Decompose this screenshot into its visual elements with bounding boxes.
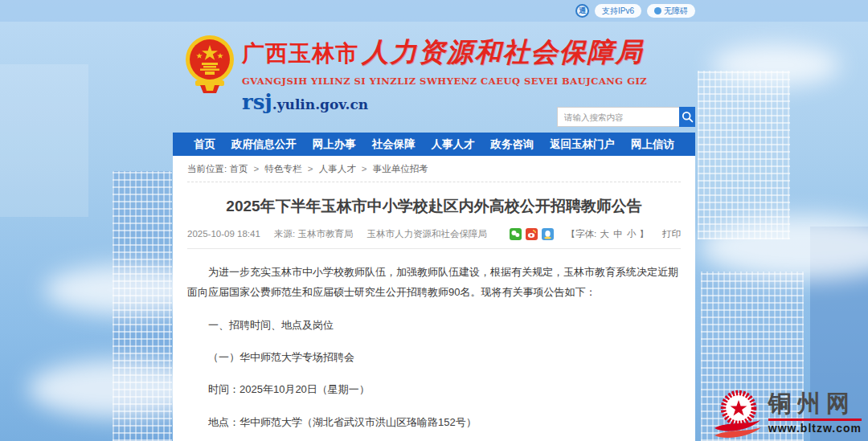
article-body: 为进一步充实玉林市中小学校教师队伍，加强教师队伍建设，根据有关规定，玉林市教育系… — [187, 249, 681, 441]
article-paragraph: 为进一步充实玉林市中小学校教师队伍，加强教师队伍建设，根据有关规定，玉林市教育系… — [187, 262, 681, 303]
article-source-org: 玉林市人力资源和社会保障局 — [367, 229, 488, 239]
nav-item-hr-talent[interactable]: 人事人才 — [431, 137, 474, 152]
weibo-share-icon[interactable] — [526, 228, 538, 240]
article-paragraph: 时间：2025年10月20日（星期一） — [187, 379, 681, 399]
search-button[interactable] — [679, 107, 695, 127]
breadcrumb-item-recruit[interactable]: 事业单位招考 — [373, 164, 428, 174]
article-meta: 2025-10-09 18:41 来源: 玉林市教育局 玉林市人力资源和社会保障… — [187, 228, 681, 249]
breadcrumb-label: 当前位置: — [187, 164, 227, 174]
breadcrumb-item-home[interactable]: 首页 — [229, 164, 248, 174]
article-title: 2025年下半年玉林市中小学校赴区内外高校公开招聘教师公告 — [187, 196, 681, 217]
font-size-large-button[interactable]: 大 — [600, 229, 609, 239]
national-emblem-icon — [184, 32, 235, 95]
site-title-main: 人力资源和社会保障局 — [362, 36, 643, 67]
article-paragraph: 地点：华中师范大学（湖北省武汉市洪山区珞喻路152号） — [187, 412, 681, 432]
site-title-zhuang: GVANGJSIH YILINZ SI YINZLIZ SWHYENZ CAEU… — [242, 76, 647, 87]
search-bar — [557, 107, 695, 127]
nav-item-online-services[interactable]: 网上办事 — [313, 137, 356, 152]
article-date: 2025-10-09 18:41 — [187, 229, 260, 239]
background-building — [0, 64, 88, 217]
main-nav: 首页 政府信息公开 网上办事 社会保障 人事人才 政务咨询 返回玉林门户 网上信… — [173, 133, 695, 156]
article-meta-left: 2025-10-09 18:41 来源: 玉林市教育局 玉林市人力资源和社会保障… — [187, 228, 498, 240]
site-logo-icon[interactable]: 通 — [575, 4, 589, 18]
font-size-control: 【字体: 大 中 小 】 — [566, 228, 649, 240]
site-domain-short: rsj — [242, 90, 272, 114]
watermark-divider — [768, 419, 862, 421]
site-header: 广西玉林市 人力资源和社会保障局 GVANGJSIH YILINZ SI YIN… — [173, 22, 695, 133]
search-icon — [682, 111, 694, 123]
ipv6-label: 支持IPv6 — [602, 6, 634, 17]
font-size-medium-button[interactable]: 中 — [613, 229, 623, 239]
watermark-logo-icon — [714, 388, 764, 439]
wechat-share-icon[interactable] — [510, 228, 522, 240]
background-building — [698, 71, 790, 239]
accessibility-icon — [654, 7, 661, 14]
print-button[interactable]: 打印 — [662, 228, 681, 240]
ipv6-badge-button[interactable]: 支持IPv6 — [595, 4, 641, 18]
page: 通 支持IPv6 无障碍 — [0, 0, 868, 441]
site-title-prefix: 广西玉林市 — [242, 41, 358, 66]
top-utility-bar: 通 支持IPv6 无障碍 — [0, 0, 868, 22]
accessibility-button[interactable]: 无障碍 — [647, 4, 695, 18]
watermark-text: 铜州网 www.bltzw.com — [768, 388, 862, 435]
nav-item-petition[interactable]: 网上信访 — [631, 137, 674, 152]
article-paragraph: （一）华中师范大学专场招聘会 — [187, 347, 681, 367]
site-title: 广西玉林市 人力资源和社会保障局 — [242, 35, 647, 71]
nav-item-social-security[interactable]: 社会保障 — [372, 137, 416, 152]
article-meta-right: 【字体: 大 中 小 】 打印 — [510, 228, 681, 240]
font-size-small-button[interactable]: 小 — [627, 229, 637, 239]
breadcrumb-item-special[interactable]: 特色专栏 — [265, 164, 302, 174]
font-size-label: 【字体: — [566, 229, 596, 239]
article-paragraph: 一、招聘时间、地点及岗位 — [187, 315, 681, 335]
cloud — [711, 44, 840, 86]
qq-share-icon[interactable] — [542, 228, 554, 240]
content-panel: 当前位置: 首页 > 特色专栏 > 人事人才 > 事业单位招考 2025年下半年… — [173, 156, 695, 441]
nav-item-gov-info[interactable]: 政府信息公开 — [231, 137, 297, 152]
breadcrumb-separator: > — [308, 164, 313, 174]
accessibility-label: 无障碍 — [664, 6, 688, 17]
watermark-url: www.bltzw.com — [768, 422, 862, 435]
nav-item-yulin-portal[interactable]: 返回玉林门户 — [550, 137, 615, 152]
site-watermark: 铜州网 www.bltzw.com — [714, 388, 862, 439]
breadcrumb-separator: > — [362, 164, 367, 174]
breadcrumb-separator: > — [254, 164, 260, 174]
breadcrumb-item-hr[interactable]: 人事人才 — [319, 164, 356, 174]
font-size-label-close: 】 — [640, 229, 649, 239]
watermark-name: 铜州网 — [768, 391, 862, 417]
nav-item-consultation[interactable]: 政务咨询 — [490, 137, 534, 152]
breadcrumb: 当前位置: 首页 > 特色专栏 > 人事人才 > 事业单位招考 — [187, 156, 681, 182]
search-input[interactable] — [557, 107, 679, 127]
nav-item-home[interactable]: 首页 — [194, 137, 215, 152]
article-source: 来源: 玉林市教育局 — [274, 229, 353, 239]
site-domain-rest: .yulin.gov.cn — [272, 96, 368, 112]
